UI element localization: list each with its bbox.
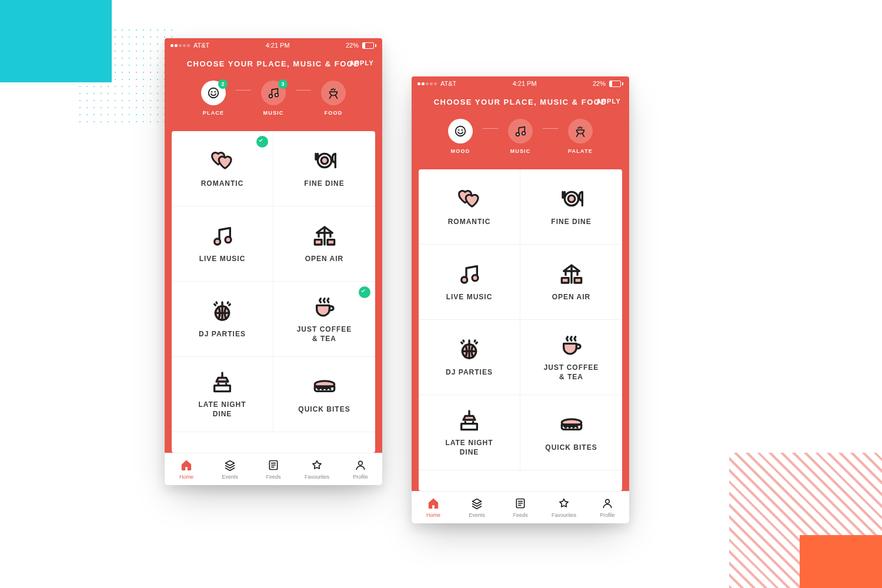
step-connector — [543, 128, 558, 129]
step-badge: 3 — [278, 79, 288, 89]
tab-label: Profile — [600, 512, 615, 518]
check-icon — [359, 286, 370, 298]
category-label: JUST COFFEE & TEA — [297, 325, 352, 343]
header: CHOOSE YOUR PLACE, MUSIC & FOODAPPLYMOOD… — [412, 91, 629, 162]
category-label: QUICK BITES — [545, 443, 597, 452]
user-icon — [601, 497, 614, 510]
status-bar: AT&T4:21 PM22% — [165, 38, 382, 52]
tab-label: Favourites — [552, 512, 576, 518]
tab-feeds[interactable]: Feeds — [252, 453, 295, 485]
category-label: DJ PARTIES — [446, 368, 493, 377]
category-label: LIVE MUSIC — [199, 254, 246, 263]
step-connector — [236, 90, 251, 91]
music-icon — [457, 262, 481, 286]
tab-label: Events — [469, 512, 485, 518]
step-place[interactable]: 2PLACE — [191, 81, 236, 116]
music-icon — [508, 119, 533, 143]
tab-label: Events — [222, 474, 238, 480]
tab-label: Profile — [353, 474, 368, 480]
lamp-icon — [457, 407, 481, 432]
apply-button[interactable]: APPLY — [349, 59, 374, 66]
step-mood[interactable]: MOOD — [438, 119, 483, 154]
tab-events[interactable]: Events — [208, 453, 252, 485]
phone-variant-b: AT&T4:21 PM22%CHOOSE YOUR PLACE, MUSIC &… — [412, 76, 629, 523]
category-tile-hearts[interactable]: ROMANTIC — [419, 169, 520, 245]
step-music[interactable]: 3MUSIC — [251, 81, 296, 116]
feeds-icon — [267, 459, 280, 472]
tab-favourites[interactable]: Favourites — [542, 492, 586, 523]
category-card: ROMANTICFINE DINELIVE MUSICOPEN AIRDJ PA… — [172, 131, 375, 453]
category-tile-disco[interactable]: DJ PARTIES — [419, 320, 520, 395]
sandwich-icon — [560, 412, 583, 437]
apply-button[interactable]: APPLY — [596, 98, 621, 105]
category-tile-disco[interactable]: DJ PARTIES — [172, 282, 273, 357]
finedine-icon — [560, 186, 583, 211]
category-tile-hearts[interactable]: ROMANTIC — [172, 131, 273, 206]
category-tile-lamp[interactable]: LATE NIGHT DINE — [172, 357, 273, 432]
step-palate[interactable]: PALATE — [558, 119, 603, 154]
status-bar: AT&T4:21 PM22% — [412, 76, 629, 91]
tab-profile[interactable]: Profile — [586, 492, 629, 523]
tab-profile[interactable]: Profile — [339, 453, 382, 485]
tab-home[interactable]: Home — [165, 453, 208, 485]
hearts-icon — [211, 148, 234, 173]
category-label: DJ PARTIES — [199, 329, 246, 339]
grill-icon — [568, 119, 593, 143]
clock: 4:21 PM — [266, 42, 290, 49]
category-tile-music[interactable]: LIVE MUSIC — [172, 206, 273, 282]
signal-dots-icon — [417, 82, 437, 85]
category-label: ROMANTIC — [448, 217, 491, 226]
category-tile-openair[interactable]: OPEN AIR — [520, 245, 622, 320]
category-label: FINE DINE — [304, 179, 344, 188]
tab-feeds[interactable]: Feeds — [499, 492, 542, 523]
category-tile-music[interactable]: LIVE MUSIC — [419, 245, 520, 320]
step-music[interactable]: MUSIC — [498, 119, 543, 154]
battery-icon — [609, 81, 623, 87]
disco-icon — [211, 299, 234, 323]
tab-label: Feeds — [266, 474, 280, 480]
category-tile-finedine[interactable]: FINE DINE — [520, 169, 622, 245]
category-tile-sandwich[interactable]: QUICK BITES — [520, 395, 622, 470]
step-food[interactable]: FOOD — [311, 81, 356, 116]
feeds-icon — [514, 497, 527, 510]
category-label: LATE NIGHT DINE — [445, 438, 493, 457]
smile-icon — [448, 119, 473, 143]
step-label: PALATE — [568, 148, 593, 154]
home-icon — [427, 497, 440, 510]
home-icon — [180, 459, 193, 472]
step-connector — [296, 90, 311, 91]
step-label: MUSIC — [263, 110, 284, 116]
category-tile-sandwich[interactable]: QUICK BITES — [273, 357, 375, 432]
category-card: ROMANTICFINE DINELIVE MUSICOPEN AIRDJ PA… — [419, 169, 622, 492]
category-label: JUST COFFEE & TEA — [544, 363, 599, 382]
grill-icon — [321, 81, 346, 105]
category-tile-lamp[interactable]: LATE NIGHT DINE — [419, 395, 520, 470]
user-icon — [354, 459, 367, 472]
tab-bar: HomeEventsFeedsFavouritesProfile — [412, 491, 629, 523]
page-title: CHOOSE YOUR PLACE, MUSIC & FOOD — [187, 58, 360, 70]
step-label: MOOD — [451, 148, 470, 154]
category-tile-coffee[interactable]: JUST COFFEE & TEA — [520, 320, 622, 395]
category-tile-coffee[interactable]: JUST COFFEE & TEA — [273, 282, 375, 357]
category-label: OPEN AIR — [552, 292, 591, 302]
category-tile-finedine[interactable]: FINE DINE — [273, 131, 375, 206]
tab-label: Feeds — [513, 512, 527, 518]
step-label: FOOD — [325, 110, 343, 116]
page-title: CHOOSE YOUR PLACE, MUSIC & FOOD — [434, 96, 607, 108]
tab-events[interactable]: Events — [455, 492, 499, 523]
category-tile-openair[interactable]: OPEN AIR — [273, 206, 375, 282]
openair-icon — [560, 262, 583, 286]
tab-favourites[interactable]: Favourites — [295, 453, 339, 485]
battery-percent: 22% — [593, 80, 606, 87]
tab-home[interactable]: Home — [412, 492, 455, 523]
events-icon — [223, 459, 236, 472]
category-label: ROMANTIC — [201, 179, 244, 188]
step-label: MUSIC — [510, 148, 531, 154]
hearts-icon — [457, 186, 481, 211]
check-icon — [256, 136, 268, 148]
openair-icon — [313, 223, 336, 248]
music-icon — [211, 223, 234, 248]
header: CHOOSE YOUR PLACE, MUSIC & FOODAPPLY2PLA… — [165, 52, 382, 124]
tab-bar: HomeEventsFeedsFavouritesProfile — [165, 453, 382, 485]
lamp-icon — [211, 369, 234, 394]
